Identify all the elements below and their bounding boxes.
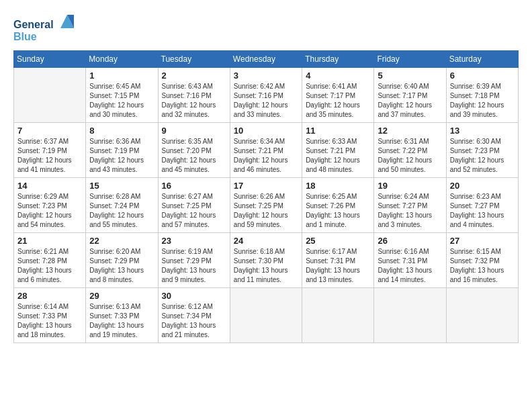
- calendar-cell: 9Sunrise: 6:35 AMSunset: 7:20 PMDaylight…: [158, 123, 230, 178]
- calendar-header-row: SundayMondayTuesdayWednesdayThursdayFrid…: [14, 51, 519, 68]
- calendar-cell: 12Sunrise: 6:31 AMSunset: 7:22 PMDayligh…: [374, 123, 446, 178]
- calendar-cell: 13Sunrise: 6:30 AMSunset: 7:23 PMDayligh…: [446, 123, 518, 178]
- calendar-cell: 11Sunrise: 6:33 AMSunset: 7:21 PMDayligh…: [302, 123, 374, 178]
- day-number: 10: [234, 126, 298, 136]
- calendar-cell: 2Sunrise: 6:43 AMSunset: 7:16 PMDaylight…: [158, 68, 230, 123]
- day-info: Sunrise: 6:28 AMSunset: 7:24 PMDaylight:…: [89, 192, 154, 230]
- day-info: Sunrise: 6:27 AMSunset: 7:25 PMDaylight:…: [162, 192, 226, 230]
- day-number: 18: [306, 181, 370, 191]
- day-info: Sunrise: 6:13 AMSunset: 7:33 PMDaylight:…: [89, 302, 154, 340]
- page-header: General Blue: [13, 13, 519, 44]
- day-info: Sunrise: 6:15 AMSunset: 7:32 PMDaylight:…: [450, 247, 515, 285]
- calendar-cell: 19Sunrise: 6:24 AMSunset: 7:27 PMDayligh…: [374, 178, 446, 233]
- day-info: Sunrise: 6:29 AMSunset: 7:23 PMDaylight:…: [17, 192, 82, 230]
- day-number: 1: [89, 71, 154, 81]
- calendar-week-row: 7Sunrise: 6:37 AMSunset: 7:19 PMDaylight…: [14, 123, 519, 178]
- logo-icon: General Blue: [13, 13, 74, 44]
- day-number: 13: [450, 126, 515, 136]
- day-info: Sunrise: 6:43 AMSunset: 7:16 PMDaylight:…: [162, 82, 226, 120]
- calendar-week-row: 21Sunrise: 6:21 AMSunset: 7:28 PMDayligh…: [14, 233, 519, 288]
- day-number: 28: [17, 291, 82, 301]
- day-info: Sunrise: 6:40 AMSunset: 7:17 PMDaylight:…: [378, 82, 442, 120]
- day-info: Sunrise: 6:23 AMSunset: 7:27 PMDaylight:…: [450, 192, 515, 230]
- day-info: Sunrise: 6:41 AMSunset: 7:17 PMDaylight:…: [306, 82, 370, 120]
- day-of-week-header: Saturday: [446, 51, 518, 68]
- calendar-cell: 1Sunrise: 6:45 AMSunset: 7:15 PMDaylight…: [86, 68, 158, 123]
- calendar-cell: 20Sunrise: 6:23 AMSunset: 7:27 PMDayligh…: [446, 178, 518, 233]
- day-number: 2: [162, 71, 226, 81]
- day-of-week-header: Wednesday: [230, 51, 302, 68]
- calendar-cell: 15Sunrise: 6:28 AMSunset: 7:24 PMDayligh…: [86, 178, 158, 233]
- calendar-cell: 10Sunrise: 6:34 AMSunset: 7:21 PMDayligh…: [230, 123, 302, 178]
- day-of-week-header: Tuesday: [158, 51, 230, 68]
- day-info: Sunrise: 6:45 AMSunset: 7:15 PMDaylight:…: [89, 82, 154, 120]
- day-number: 3: [234, 71, 298, 81]
- day-of-week-header: Thursday: [302, 51, 374, 68]
- calendar-cell: [446, 288, 518, 343]
- day-number: 30: [162, 291, 226, 301]
- calendar-cell: 6Sunrise: 6:39 AMSunset: 7:18 PMDaylight…: [446, 68, 518, 123]
- logo: General Blue: [13, 13, 74, 44]
- day-number: 7: [17, 126, 82, 136]
- calendar-cell: [302, 288, 374, 343]
- day-number: 15: [89, 181, 154, 191]
- day-number: 16: [162, 181, 226, 191]
- day-number: 11: [306, 126, 370, 136]
- day-info: Sunrise: 6:39 AMSunset: 7:18 PMDaylight:…: [450, 82, 515, 120]
- day-info: Sunrise: 6:42 AMSunset: 7:16 PMDaylight:…: [234, 82, 298, 120]
- day-number: 23: [162, 236, 226, 246]
- calendar-cell: 8Sunrise: 6:36 AMSunset: 7:19 PMDaylight…: [86, 123, 158, 178]
- day-number: 20: [450, 181, 515, 191]
- day-info: Sunrise: 6:25 AMSunset: 7:26 PMDaylight:…: [306, 192, 370, 230]
- calendar-cell: 7Sunrise: 6:37 AMSunset: 7:19 PMDaylight…: [14, 123, 86, 178]
- day-number: 12: [378, 126, 442, 136]
- day-info: Sunrise: 6:26 AMSunset: 7:25 PMDaylight:…: [234, 192, 298, 230]
- calendar-cell: 18Sunrise: 6:25 AMSunset: 7:26 PMDayligh…: [302, 178, 374, 233]
- day-number: 24: [234, 236, 298, 246]
- calendar-week-row: 28Sunrise: 6:14 AMSunset: 7:33 PMDayligh…: [14, 288, 519, 343]
- day-info: Sunrise: 6:37 AMSunset: 7:19 PMDaylight:…: [17, 137, 82, 175]
- calendar-cell: 17Sunrise: 6:26 AMSunset: 7:25 PMDayligh…: [230, 178, 302, 233]
- day-number: 29: [89, 291, 154, 301]
- day-info: Sunrise: 6:30 AMSunset: 7:23 PMDaylight:…: [450, 137, 515, 175]
- calendar-cell: 22Sunrise: 6:20 AMSunset: 7:29 PMDayligh…: [86, 233, 158, 288]
- svg-text:Blue: Blue: [13, 31, 37, 42]
- day-info: Sunrise: 6:31 AMSunset: 7:22 PMDaylight:…: [378, 137, 442, 175]
- day-number: 27: [450, 236, 515, 246]
- day-info: Sunrise: 6:20 AMSunset: 7:29 PMDaylight:…: [89, 247, 154, 285]
- day-number: 6: [450, 71, 515, 81]
- calendar-cell: 26Sunrise: 6:16 AMSunset: 7:31 PMDayligh…: [374, 233, 446, 288]
- calendar-cell: 5Sunrise: 6:40 AMSunset: 7:17 PMDaylight…: [374, 68, 446, 123]
- calendar-cell: 28Sunrise: 6:14 AMSunset: 7:33 PMDayligh…: [14, 288, 86, 343]
- day-of-week-header: Monday: [86, 51, 158, 68]
- day-info: Sunrise: 6:35 AMSunset: 7:20 PMDaylight:…: [162, 137, 226, 175]
- day-number: 5: [378, 71, 442, 81]
- day-number: 8: [89, 126, 154, 136]
- day-info: Sunrise: 6:14 AMSunset: 7:33 PMDaylight:…: [17, 302, 82, 340]
- day-of-week-header: Sunday: [14, 51, 86, 68]
- day-number: 14: [17, 181, 82, 191]
- day-info: Sunrise: 6:34 AMSunset: 7:21 PMDaylight:…: [234, 137, 298, 175]
- calendar-cell: 25Sunrise: 6:17 AMSunset: 7:31 PMDayligh…: [302, 233, 374, 288]
- day-info: Sunrise: 6:16 AMSunset: 7:31 PMDaylight:…: [378, 247, 442, 285]
- day-number: 9: [162, 126, 226, 136]
- svg-text:General: General: [13, 19, 54, 30]
- calendar-cell: 3Sunrise: 6:42 AMSunset: 7:16 PMDaylight…: [230, 68, 302, 123]
- calendar-cell: 23Sunrise: 6:19 AMSunset: 7:29 PMDayligh…: [158, 233, 230, 288]
- calendar-cell: 29Sunrise: 6:13 AMSunset: 7:33 PMDayligh…: [86, 288, 158, 343]
- calendar-cell: [374, 288, 446, 343]
- day-info: Sunrise: 6:24 AMSunset: 7:27 PMDaylight:…: [378, 192, 442, 230]
- day-info: Sunrise: 6:21 AMSunset: 7:28 PMDaylight:…: [17, 247, 82, 285]
- calendar-cell: [14, 68, 86, 123]
- day-number: 25: [306, 236, 370, 246]
- day-info: Sunrise: 6:36 AMSunset: 7:19 PMDaylight:…: [89, 137, 154, 175]
- day-number: 19: [378, 181, 442, 191]
- calendar-cell: 27Sunrise: 6:15 AMSunset: 7:32 PMDayligh…: [446, 233, 518, 288]
- calendar-week-row: 14Sunrise: 6:29 AMSunset: 7:23 PMDayligh…: [14, 178, 519, 233]
- calendar-cell: 30Sunrise: 6:12 AMSunset: 7:34 PMDayligh…: [158, 288, 230, 343]
- day-info: Sunrise: 6:12 AMSunset: 7:34 PMDaylight:…: [162, 302, 226, 340]
- day-number: 26: [378, 236, 442, 246]
- day-number: 17: [234, 181, 298, 191]
- calendar-cell: 21Sunrise: 6:21 AMSunset: 7:28 PMDayligh…: [14, 233, 86, 288]
- calendar-cell: 14Sunrise: 6:29 AMSunset: 7:23 PMDayligh…: [14, 178, 86, 233]
